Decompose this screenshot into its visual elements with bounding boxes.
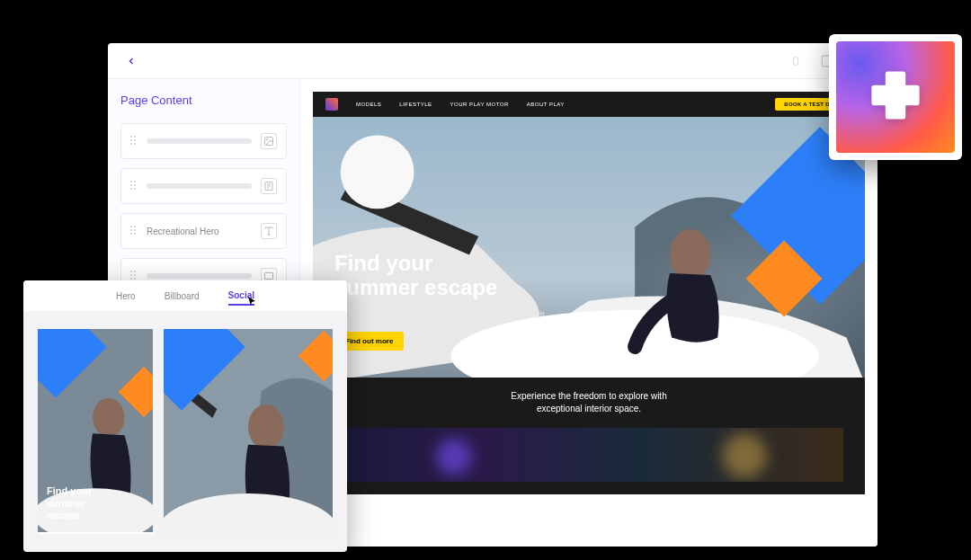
svg-point-17	[341, 135, 414, 209]
canvas: MODELS LIFESTYLE YOUR PLAY MOTOR ABOUT P…	[300, 79, 877, 547]
hero-subtitle: From the city streets to vacation vistas…	[334, 309, 547, 318]
hero-section: Find your summer escape From the city st…	[313, 117, 865, 378]
drag-handle-icon[interactable]	[130, 136, 138, 147]
nav-item[interactable]: MODELS	[356, 102, 381, 107]
page-preview[interactable]: MODELS LIFESTYLE YOUR PLAY MOTOR ABOUT P…	[313, 92, 865, 494]
plus-icon	[864, 64, 927, 130]
hero-title: Find your summer escape	[334, 251, 547, 300]
preview-card-wide[interactable]	[164, 329, 333, 534]
drag-handle-icon[interactable]	[130, 181, 138, 191]
svg-point-22	[248, 404, 284, 449]
image-block-icon	[261, 133, 277, 149]
nav-item[interactable]: LIFESTYLE	[399, 102, 432, 107]
svg-point-19	[93, 398, 124, 437]
document-block-icon	[261, 178, 277, 194]
content-block[interactable]	[120, 168, 287, 204]
text-block-icon	[261, 223, 277, 239]
nav-item[interactable]: ABOUT PLAY	[527, 102, 565, 107]
content-block[interactable]: Recreational Hero	[120, 213, 287, 249]
site-logo-icon[interactable]	[325, 98, 338, 111]
preview-tabs: Hero Billboard Social	[23, 280, 347, 311]
tab-hero[interactable]: Hero	[116, 288, 136, 305]
app-badge-gradient	[836, 41, 955, 153]
svg-point-16	[670, 229, 710, 280]
drag-handle-icon[interactable]	[130, 226, 138, 236]
tab-social[interactable]: Social	[228, 287, 254, 306]
svg-rect-0	[794, 57, 798, 64]
hero-content: Find your summer escape From the city st…	[334, 251, 547, 351]
block-placeholder	[147, 183, 252, 189]
preview-card-portrait[interactable]: Find your summer escape	[38, 329, 153, 534]
chevron-left-icon	[126, 56, 137, 67]
nav-item[interactable]: YOUR PLAY MOTOR	[450, 102, 509, 107]
content-block[interactable]	[120, 123, 287, 159]
sidebar-title: Page Content	[120, 93, 287, 107]
below-hero-section: Experience the freedom to explore with e…	[313, 378, 865, 494]
block-placeholder	[147, 273, 252, 279]
block-label: Recreational Hero	[147, 227, 252, 236]
tab-billboard[interactable]: Billboard	[165, 288, 200, 305]
svg-rect-13	[265, 273, 273, 280]
site-nav: MODELS LIFESTYLE YOUR PLAY MOTOR ABOUT P…	[313, 92, 865, 117]
svg-point-6	[267, 139, 269, 141]
preview-panel: Hero Billboard Social Find your summer e…	[23, 280, 347, 552]
back-button[interactable]	[120, 50, 142, 72]
device-mobile-icon[interactable]	[788, 53, 804, 69]
below-hero-text: Experience the freedom to explore with e…	[334, 390, 843, 415]
block-placeholder	[147, 138, 252, 144]
app-badge[interactable]	[829, 34, 962, 160]
card-title: Find your summer escape	[47, 485, 92, 521]
filmstrip-image	[334, 428, 843, 482]
preview-cards: Find your summer escape	[23, 311, 347, 552]
editor-header	[108, 43, 877, 79]
